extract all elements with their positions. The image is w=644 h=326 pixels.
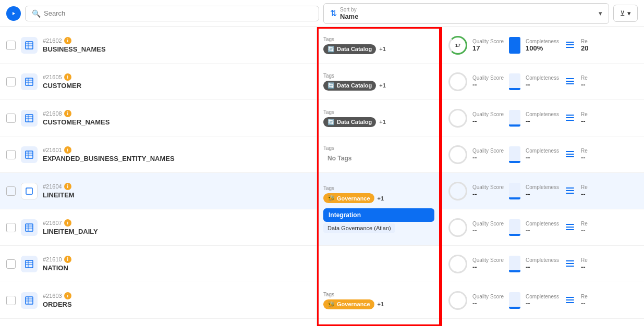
- toolbar: 🔍 ⇅ Sort by Name ▾ ⊻ ▾: [0, 0, 644, 27]
- re-block: Re --: [581, 75, 588, 89]
- svg-rect-43: [566, 190, 574, 191]
- metric-row: Quality Score -- Completeness -- Re --: [442, 209, 644, 246]
- table-icon: [21, 219, 38, 236]
- data-catalog-icon: 🔄: [327, 82, 335, 89]
- tag-plus: +1: [379, 82, 386, 89]
- re-block: Re --: [581, 184, 588, 198]
- quality-circle: [448, 72, 467, 91]
- svg-rect-37: [566, 117, 574, 118]
- svg-rect-9: [26, 115, 33, 122]
- tag-cell: Tags 🐝 Governance +1 Integration Data Go…: [317, 173, 441, 246]
- asset-name: CUSTOMER_NAMES: [43, 118, 110, 126]
- info-icon: i: [64, 146, 71, 154]
- completeness-block: Completeness --: [526, 111, 559, 125]
- metric-row: Quality Score -- Completeness -- Re --: [442, 282, 644, 319]
- svg-rect-34: [566, 81, 574, 82]
- list-icon: [564, 112, 576, 124]
- asset-id: #21601 i: [43, 146, 175, 154]
- quality-circle: [448, 255, 467, 273]
- row-checkbox[interactable]: [6, 223, 16, 232]
- tag-label: Tags: [323, 36, 434, 42]
- integration-tooltip: Integration: [323, 208, 434, 222]
- svg-rect-31: [566, 44, 574, 45]
- svg-marker-0: [13, 12, 15, 15]
- asset-name: NATION: [43, 264, 71, 272]
- table-icon: [21, 256, 38, 272]
- table-icon: [21, 292, 38, 309]
- tag-badge-data-catalog[interactable]: 🔄 Data Catalog: [323, 117, 376, 127]
- list-icon: [564, 149, 576, 160]
- nav-arrow[interactable]: [6, 6, 21, 21]
- asset-name: LINEITEM: [43, 191, 75, 199]
- tag-cell: Tags 🐝 Governance +1: [317, 282, 441, 319]
- tag-badge-data-catalog[interactable]: 🔄 Data Catalog: [323, 44, 376, 54]
- svg-rect-53: [566, 302, 574, 303]
- search-box: 🔍: [25, 6, 319, 21]
- row-checkbox[interactable]: [6, 259, 16, 269]
- asset-list: #21602 i BUSINESS_NAMES #21605 i: [0, 27, 317, 326]
- re-block: Re --: [581, 257, 588, 271]
- quality-score-block: Quality Score 17: [472, 39, 504, 52]
- asset-id: #21604 i: [43, 183, 75, 190]
- row-checkbox[interactable]: [6, 150, 16, 159]
- svg-rect-50: [566, 266, 574, 267]
- table-row: #21610 i NATION: [0, 246, 317, 282]
- completeness-block: Completeness --: [526, 75, 559, 89]
- asset-info: #21603 i ORDERS: [43, 292, 72, 308]
- completeness-block: Completeness --: [526, 221, 559, 234]
- quality-circle: [448, 291, 467, 310]
- info-icon: i: [64, 37, 71, 44]
- tag-plus: +1: [378, 301, 384, 307]
- info-icon: i: [64, 219, 71, 227]
- quality-circle: [448, 109, 467, 128]
- row-checkbox[interactable]: [6, 41, 16, 50]
- filter-button[interactable]: ⊻ ▾: [613, 5, 638, 22]
- svg-rect-17: [26, 188, 32, 194]
- svg-rect-49: [566, 263, 574, 264]
- bar-icon: [509, 219, 520, 236]
- re-val: 20: [581, 44, 588, 52]
- svg-rect-1: [26, 42, 33, 49]
- sort-dropdown[interactable]: ⇅ Sort by Name ▾: [323, 3, 609, 24]
- tag-plus: +1: [378, 195, 384, 202]
- list-icon: [564, 295, 576, 306]
- metric-row: Quality Score -- Completeness -- Re --: [442, 136, 644, 173]
- row-checkbox[interactable]: [6, 114, 16, 123]
- tag-row: 🔄 Data Catalog +1: [323, 81, 434, 91]
- asset-info: #21610 i NATION: [43, 256, 71, 272]
- square-icon: [21, 183, 38, 199]
- tag-badge-governance[interactable]: 🐝 Governance: [323, 299, 374, 309]
- list-icon: [564, 222, 576, 233]
- search-input[interactable]: [44, 9, 312, 17]
- asset-id: #21605 i: [43, 73, 81, 81]
- svg-rect-45: [566, 224, 574, 225]
- integration-tooltip-container: Integration Data Governance (Atlan): [323, 208, 434, 233]
- asset-name: LINEITEM_DAILY: [43, 228, 98, 235]
- asset-info: #21605 i CUSTOMER: [43, 73, 81, 90]
- tag-plus: +1: [379, 46, 386, 52]
- row-checkbox[interactable]: [6, 186, 16, 196]
- svg-rect-26: [26, 297, 33, 304]
- quality-score-label: Quality Score: [472, 39, 504, 44]
- table-row: #21602 i BUSINESS_NAMES: [0, 27, 317, 64]
- svg-rect-32: [566, 47, 574, 48]
- row-checkbox[interactable]: [6, 77, 16, 86]
- asset-id: #21610 i: [43, 256, 71, 263]
- info-icon: i: [64, 256, 71, 263]
- tag-cell: Tags 🔄 Data Catalog +1: [317, 64, 441, 100]
- asset-name: EXPANDED_BUSINESS_ENTITY_NAMES: [43, 155, 175, 162]
- svg-rect-30: [566, 42, 574, 43]
- tag-cell: Tags No Tags: [317, 136, 441, 173]
- svg-rect-33: [566, 78, 574, 79]
- asset-id: #21602 i: [43, 37, 106, 44]
- svg-rect-38: [566, 120, 574, 121]
- tag-badge-governance[interactable]: 🐝 Governance: [323, 193, 374, 203]
- tag-badge-data-catalog[interactable]: 🔄 Data Catalog: [323, 81, 376, 91]
- table-icon: [21, 146, 38, 163]
- svg-rect-47: [566, 229, 574, 230]
- metric-row: Quality Score -- Completeness -- Re --: [442, 173, 644, 209]
- asset-id: #21607 i: [43, 219, 98, 227]
- list-icon: [564, 258, 576, 270]
- row-checkbox[interactable]: [6, 296, 16, 305]
- info-icon: i: [64, 110, 71, 117]
